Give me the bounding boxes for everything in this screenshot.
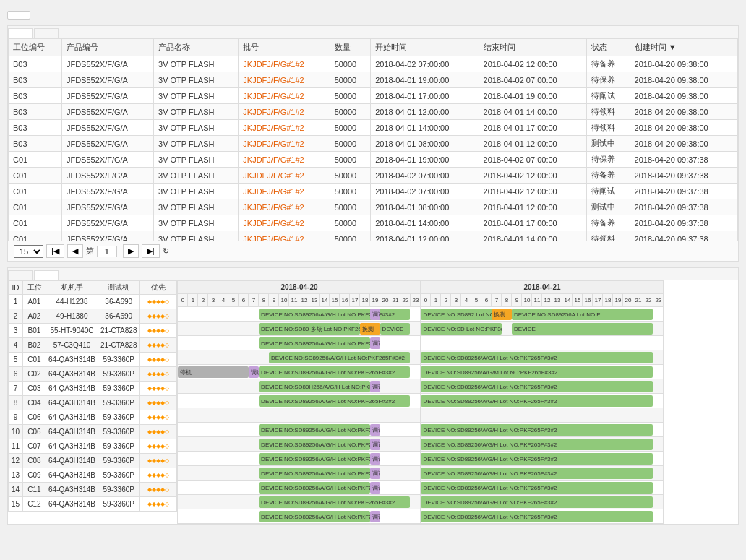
hour-header: 20 [623,294,633,307]
gantt-cell-operator: 64-QA3H314B [46,425,98,439]
table-cell[interactable]: JKJDFJ/F/G#1#2 [239,168,330,184]
day-cell: DEVICE NO:SD89256/A/G/H Lot NO:PKF265F#3… [421,423,664,437]
timeline-row: DEVICE NO:SD89H256/A/G/H Lot NO:PKF265F#… [178,379,664,394]
date-header: 2018-04-21 [421,281,664,294]
tab-schedule-detail[interactable] [8,270,33,280]
gantt-cell-tester: 59-3360P [98,468,140,483]
table-cell[interactable]: JKJDFJ/F/G#1#2 [239,152,330,168]
last-page-button[interactable]: ▶| [142,244,160,258]
prev-page-button[interactable]: ◀ [67,244,83,258]
table-cell[interactable]: JKJDFJ/F/G#1#2 [239,215,330,231]
col-header: 产品名称 [154,39,239,56]
hour-header: 10 [522,294,532,307]
hour-header: 16 [340,294,350,307]
table-cell: 3V OTP FLASH [154,104,239,120]
gantt-row: 3B0155-HT-9040C21-CTA828◆◆◆◆◇ [9,324,177,338]
hour-header: 0 [421,294,431,307]
first-page-button[interactable]: |◀ [46,244,64,258]
table-cell: JFDS552X/F/G/A [61,72,153,88]
col-header: 结束时间 [479,39,586,56]
gantt-cell-id: 8 [9,396,23,410]
gantt-cell-id: 14 [9,483,23,497]
table-cell: 2018-04-01 12:00:00 [479,136,586,152]
day-cell: DEVICE NO:SD89H256/A/G/H Lot NO:PKF265F#… [178,379,421,394]
day-cell: DEVICE NO:SD89 多场 Lot NO:PKF265换测DEVICE [178,322,421,336]
gantt-bar: DEVICE NO:SD89 多场 Lot NO:PKF265 [259,323,360,335]
hour-header: 6 [481,294,492,307]
gantt-cell-operator: 64-QA3H314B [46,410,98,425]
day-cell: DEVICE NO:SD89256/A/G/H Lot NO:PKF265F#3… [178,423,421,437]
table-cell: B03 [9,104,62,120]
table-cell[interactable]: JKJDFJ/F/G#1#2 [239,72,330,88]
gantt-cell-id: 5 [9,353,23,367]
day-cell: DEVICE NO:SD89256/A/G/H Lot NO:PKF265F#3… [421,466,664,481]
gantt-cell-priority: ◆◆◆◆◇ [140,309,177,324]
table-row[interactable]: C01JFDS552X/F/G/A3V OTP FLASHJKJDFJ/F/G#… [9,168,738,184]
gantt-fixed-cols: ID 工位 机机手 测试机 优先 1A0144-H123836-A690◆◆◆◆… [8,280,177,524]
table-cell: 3V OTP FLASH [154,168,239,184]
table-cell: 3V OTP FLASH [154,215,239,231]
table-cell: 3V OTP FLASH [154,152,239,168]
table-cell[interactable]: JKJDFJ/F/G#1#2 [239,88,330,104]
table-row[interactable]: B03JFDS552X/F/G/A3V OTP FLASHJKJDFJ/F/G#… [9,104,738,120]
next-page-button[interactable]: ▶ [123,244,139,258]
gantt-cell-tester: 59-3360P [98,396,140,410]
hour-header: 5 [228,294,239,307]
gantt-row: 6C0264-QA3H314B59-3360P◆◆◆◆◇ [9,367,177,382]
gantt-timeline-body: DEVICE NO:SD89256/A/G/H Lot NO:PKF265F#3… [178,307,664,524]
table-row[interactable]: C01JFDS552X/F/G/A3V OTP FLASHJKJDFJ/F/G#… [9,184,738,199]
table-cell: 50000 [330,136,371,152]
day-cell: DEVICE NO:SD89256/A/G/H Lot NO:PKF265F#3… [178,350,421,365]
table-row[interactable]: B03JFDS552X/F/G/A3V OTP FLASHJKJDFJ/F/G#… [9,88,738,104]
refresh-icon[interactable]: ↻ [163,246,169,256]
table-cell[interactable]: JKJDFJ/F/G#1#2 [239,199,330,215]
hour-header: 21 [390,294,400,307]
table-row[interactable]: C01JFDS552X/F/G/A3V OTP FLASHJKJDFJ/F/G#… [9,231,738,241]
gantt-scroll-area[interactable]: 2018-04-202018-04-2101234567891011121314… [177,280,738,524]
gantt-bar: DEVICE NO:SD89256/A/G/H Lot NO:PKF265F#3… [269,352,410,363]
table-cell[interactable]: JKJDFJ/F/G#1#2 [239,56,330,72]
table-cell: C01 [9,231,62,241]
gantt-cell-priority: ◆◆◆◆◇ [140,483,177,497]
back-button[interactable] [7,11,30,20]
gantt-bar: DEVICE NO:SD89256/A/G/H Lot NO:PKF265F#3… [259,337,370,349]
table-row[interactable]: B03JFDS552X/F/G/A3V OTP FLASHJKJDFJ/F/G#… [9,136,738,152]
table-cell: 3V OTP FLASH [154,88,239,104]
gantt-cell-tester: 59-3360P [98,353,140,367]
page-input[interactable] [97,246,117,257]
table-row[interactable]: C01JFDS552X/F/G/A3V OTP FLASHJKJDFJ/F/G#… [9,152,738,168]
tab-task-detail[interactable] [8,28,33,38]
hour-header: 23 [653,294,664,307]
table-cell: 50000 [330,184,371,199]
day-cell: DEVICE NO:SD89256/A/G/H Lot NO:PKF265F#3… [421,379,664,394]
gantt-cell-operator: 64-QA3H314B [46,497,98,512]
hour-header: 12 [542,294,552,307]
table-row[interactable]: B03JFDS552X/F/G/A3V OTP FLASHJKJDFJ/F/G#… [9,56,738,72]
hour-header: 7 [249,294,259,307]
page-size-select[interactable]: 15 30 50 [14,245,43,258]
table-row[interactable]: B03JFDS552X/F/G/A3V OTP FLASHJKJDFJ/F/G#… [9,72,738,88]
table-cell[interactable]: JKJDFJ/F/G#1#2 [239,136,330,152]
table-cell[interactable]: JKJDFJ/F/G#1#2 [239,104,330,120]
gantt-bar: DEVICE NO:SD89256/A/G/H Lot NO:PKF265F#3… [259,468,370,479]
table-cell: 2018-04-01 17:00:00 [371,88,479,104]
gantt-wrapper: ID 工位 机机手 测试机 优先 1A0144-H123836-A690◆◆◆◆… [8,280,738,524]
table-row[interactable]: B03JFDS552X/F/G/A3V OTP FLASHJKJDFJ/F/G#… [9,120,738,136]
tab-task-chart[interactable] [34,28,59,38]
gantt-bar: 调试 [370,381,380,392]
gantt-bar: DEVICE NO:SD89256/A/G/H Lot NO:PKF265F#3… [259,511,370,522]
table-cell[interactable]: JKJDFJ/F/G#1#2 [239,184,330,199]
table-cell: JFDS552X/F/G/A [61,199,153,215]
table-cell: 2018-04-20 09:37:38 [630,231,737,241]
table-cell[interactable]: JKJDFJ/F/G#1#2 [239,231,330,241]
table-cell[interactable]: JKJDFJ/F/G#1#2 [239,120,330,136]
gantt-cell-operator: 64-QA3H314B [46,483,98,497]
table-row[interactable]: C01JFDS552X/F/G/A3V OTP FLASHJKJDFJ/F/G#… [9,199,738,215]
gantt-cell-id: 4 [9,338,23,353]
table-cell: JFDS552X/F/G/A [61,120,153,136]
tab-gantt-chart[interactable] [34,270,59,280]
table-cell: JFDS552X/F/G/A [61,184,153,199]
table-cell: 2018-04-02 07:00:00 [371,184,479,199]
day-cell: DEVICE NO:SD892 Lot NO:PKF265换测DEVICE NO… [421,307,664,322]
table-row[interactable]: C01JFDS552X/F/G/A3V OTP FLASHJKJDFJ/F/G#… [9,215,738,231]
